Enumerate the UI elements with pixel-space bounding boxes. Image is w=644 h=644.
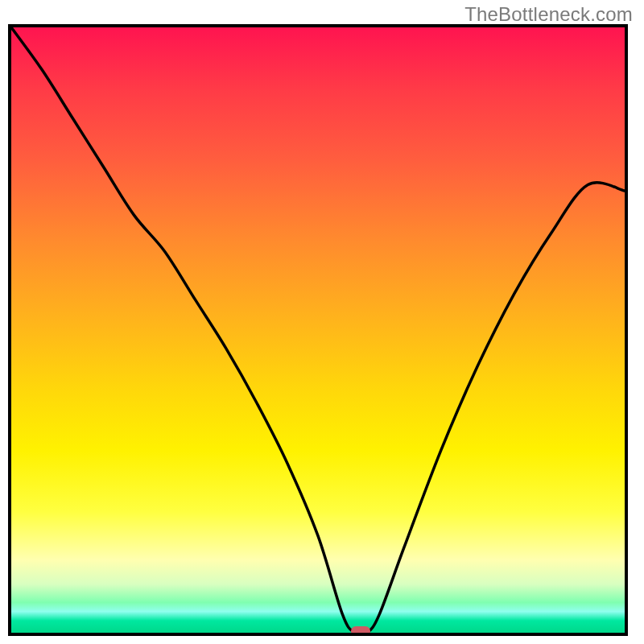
- gradient-background: [11, 27, 625, 633]
- chart-frame: [8, 24, 628, 636]
- attribution-text: TheBottleneck.com: [464, 3, 633, 26]
- optimum-marker: [351, 626, 370, 636]
